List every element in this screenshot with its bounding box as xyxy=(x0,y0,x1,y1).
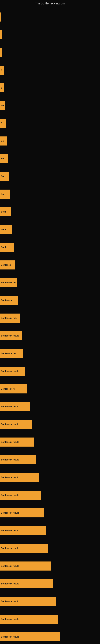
bar-text: Bottleneck res xyxy=(1,281,16,284)
bar: Bottle xyxy=(0,243,14,252)
bar: B xyxy=(0,83,4,92)
bar-text: Bottleneck result xyxy=(1,512,19,514)
bar-text: Bottleneck result xyxy=(1,334,19,337)
bar-text: Bottleneck result xyxy=(1,494,19,496)
bar-text: Bottleneck result xyxy=(1,441,19,443)
bar-row: Bottleneck result xyxy=(0,610,100,628)
bar-row: Bottleneck result xyxy=(0,628,100,644)
bar-row: Bottleneck result xyxy=(0,522,100,539)
bar: Bottleneck resu xyxy=(0,349,23,358)
bar-row: Bottleneck result xyxy=(0,362,100,380)
bar-row: Bo xyxy=(0,132,100,150)
bar: Bottleneck result xyxy=(0,614,58,624)
bar-row: Bottleneck result xyxy=(0,504,100,522)
bar-text: Bottl xyxy=(1,228,6,231)
bar-text: Bottleneck result xyxy=(1,636,19,638)
bars-container: BBBoBBoBoBoBotBottlBottlBottleBottlenecB… xyxy=(0,6,100,644)
bar: Bottleneck result xyxy=(0,331,22,340)
bar-row: Bot xyxy=(0,185,100,203)
bar-text: Bottleneck resu xyxy=(1,317,17,319)
site-title: TheBottlenecker.com xyxy=(0,0,100,6)
bar-text: Bo xyxy=(1,175,4,178)
bar-row: B xyxy=(0,114,100,132)
bar-text: Bo xyxy=(1,158,4,160)
bar-row: Bottleneck result xyxy=(0,575,100,592)
bar-text: Bottleneck resul xyxy=(1,423,18,426)
bar-text: Bottleneck result xyxy=(1,618,19,620)
bar-text: Bottleneck result xyxy=(1,600,19,602)
bar-text: Bottleneck result xyxy=(1,547,19,550)
bar-text: B xyxy=(1,122,2,124)
bar-row: Bo xyxy=(0,96,100,114)
bar xyxy=(0,48,2,57)
bar-row: Bottl xyxy=(0,220,100,238)
bar: Bo xyxy=(0,154,8,163)
bar-row: Bottleneck res xyxy=(0,274,100,292)
bar-text: Bottleneck result xyxy=(1,405,19,408)
bar: Bottleneck result xyxy=(0,544,49,553)
bar: Bo xyxy=(0,136,7,146)
bar: Bottleneck result xyxy=(0,473,39,482)
bar-row: Bottl xyxy=(0,203,100,220)
bar-text: Bottlenec xyxy=(1,264,11,266)
bar-row: Bottleneck re xyxy=(0,380,100,398)
bar-row: Bottleneck result xyxy=(0,539,100,557)
bar-row: Bo xyxy=(0,168,100,185)
bar: Bot xyxy=(0,190,10,199)
bar: Bottleneck result xyxy=(0,579,53,588)
bar: B xyxy=(0,66,3,75)
bar-text: Bo xyxy=(1,140,4,142)
bar: Bottlenec xyxy=(0,260,15,270)
bar-text: Bottle xyxy=(1,246,7,248)
bar-text: Bottleneck result xyxy=(1,370,19,372)
bar-row: Bottleneck result xyxy=(0,398,100,416)
bar-row: Bottleneck resu xyxy=(0,344,100,362)
bar xyxy=(0,12,1,22)
bar-text: Bottleneck result xyxy=(1,565,19,567)
bar-row: Bottleneck result xyxy=(0,592,100,610)
bar-row: Bottle xyxy=(0,238,100,256)
bar: Bottleneck res xyxy=(0,278,17,287)
bar-row xyxy=(0,44,100,61)
bar-row: Bottleneck result xyxy=(0,486,100,504)
bar: Bo xyxy=(0,172,9,181)
bar: Bottleneck result xyxy=(0,526,46,535)
bar: Bottleneck xyxy=(0,296,18,305)
bar: Bottl xyxy=(0,207,11,216)
bar-row: Bottleneck result xyxy=(0,557,100,575)
bar-row: B xyxy=(0,79,100,96)
bar-text: Bot xyxy=(1,193,4,195)
bar-row xyxy=(0,26,100,44)
bar-text: Bottl xyxy=(1,210,6,213)
bar-row: Bottleneck result xyxy=(0,451,100,468)
bar: Bottleneck result xyxy=(0,438,34,446)
bar-text: Bottleneck re xyxy=(1,388,15,390)
bar-row: Bottleneck result xyxy=(0,468,100,486)
bar-text: Bottleneck result xyxy=(1,529,19,532)
bar: Bottleneck result xyxy=(0,367,25,376)
bar: Bottleneck result xyxy=(0,402,30,411)
bar: Bottleneck resul xyxy=(0,420,32,429)
bar-row: Bottlenec xyxy=(0,256,100,274)
bar-text: Bottleneck result xyxy=(1,476,19,478)
bar-row: Bo xyxy=(0,150,100,168)
bar: B xyxy=(0,119,6,128)
bar-text: Bo xyxy=(1,104,4,107)
bar-row: Bottleneck resul xyxy=(0,416,100,433)
bar: Bottleneck re xyxy=(0,384,27,394)
bar-row: Bottleneck result xyxy=(0,327,100,344)
bar: Bottleneck result xyxy=(0,562,51,570)
bar: Bottleneck result xyxy=(0,491,41,500)
bar-row: Bottleneck xyxy=(0,292,100,309)
bar-text: Bottleneck result xyxy=(1,582,19,585)
bar-text: B xyxy=(1,86,2,89)
bar-text: B xyxy=(1,69,2,71)
bar-row: Bottleneck result xyxy=(0,433,100,451)
bar: Bottleneck result xyxy=(0,455,36,464)
bar xyxy=(0,30,1,39)
bar-text: Bottleneck resu xyxy=(1,352,17,354)
bar-text: Bottleneck xyxy=(1,299,12,302)
bar: Bo xyxy=(0,101,5,110)
bar-row: B xyxy=(0,61,100,79)
bar: Bottleneck result xyxy=(0,508,44,518)
